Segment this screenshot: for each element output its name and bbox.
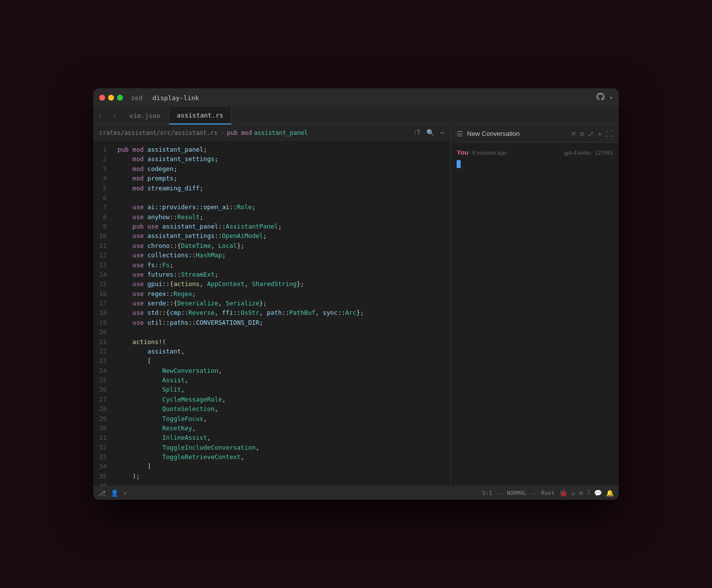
breadcrumb-actions: :T 🔍 ⋯ bbox=[414, 129, 444, 136]
split-icon[interactable]: ⊟ bbox=[580, 130, 584, 138]
menu-icon[interactable]: ☰ bbox=[457, 130, 463, 138]
breadcrumb-keyword: pub mod bbox=[227, 129, 252, 136]
code-line: QuoteSelection, bbox=[118, 404, 450, 413]
code-line: use std::{cmp::Reverse, ffi::OsStr, path… bbox=[118, 308, 450, 317]
app-name: zed bbox=[131, 94, 142, 102]
cursor-position: 1:1 bbox=[482, 490, 492, 496]
code-line: assistant, bbox=[118, 347, 450, 356]
code-line: NewConversation, bbox=[118, 366, 450, 375]
code-line bbox=[118, 193, 450, 202]
message-user: You bbox=[457, 149, 469, 156]
code-line: pub use assistant_panel::AssistantPanel; bbox=[118, 222, 450, 231]
code-line: InlineAssist, bbox=[118, 433, 450, 442]
user-icon: 👤 bbox=[111, 489, 119, 497]
code-line: CycleMessageRole, bbox=[118, 395, 450, 404]
panel-actions: ⌘ ⊟ ⤢ + ⛶ bbox=[572, 130, 613, 138]
code-text: pub mod assistant_panel; mod assistant_s… bbox=[116, 141, 450, 486]
code-line: [ bbox=[118, 356, 450, 365]
model-name: gpt-4-turbo bbox=[564, 150, 591, 156]
settings-icon[interactable]: ⌘ bbox=[572, 130, 576, 138]
code-line: ResetKey, bbox=[118, 423, 450, 433]
token-count: 127993 bbox=[594, 150, 613, 156]
project-name: display-link bbox=[152, 94, 199, 102]
code-line: use assistant_settings::OpenAiModel; bbox=[118, 231, 450, 240]
editor-mode: -- NORMAL -- bbox=[497, 490, 536, 496]
check-icon: ✓ bbox=[123, 489, 127, 497]
branch-icon: ⎇ bbox=[98, 489, 106, 497]
breadcrumb-sep: › bbox=[220, 129, 224, 136]
main-window: zed display-link ▾ ‹ › vim.json assistan… bbox=[93, 88, 619, 500]
statusbar-left: ⎇ 👤 ✓ bbox=[98, 489, 127, 497]
more-icon[interactable]: ⋯ bbox=[440, 129, 444, 136]
model-info: gpt-4-turbo 127993 bbox=[564, 150, 613, 156]
fullscreen-icon[interactable]: ⛶ bbox=[606, 130, 613, 138]
github-dropdown-icon[interactable]: ▾ bbox=[609, 94, 613, 101]
code-line: Split, bbox=[118, 385, 450, 394]
num-badge: 2 bbox=[587, 489, 590, 497]
code-line: use fs::Fs; bbox=[118, 260, 450, 270]
mail-icon[interactable]: ✉ bbox=[571, 489, 575, 497]
code-line: use chrono::{DateTime, Local}; bbox=[118, 241, 450, 250]
code-content: 12345 678910 1112131415 1617181920 21222… bbox=[93, 141, 450, 486]
main-area: crates/assistant/src/assistant.rs › pub … bbox=[93, 125, 619, 486]
code-line: ); bbox=[118, 471, 450, 481]
code-line: use util::paths::CONVERSATIONS_DIR; bbox=[118, 318, 450, 327]
message-header: You 8 minutes ago gpt-4-turbo 127993 bbox=[457, 149, 613, 156]
chat-icon[interactable]: 💬 bbox=[594, 489, 602, 497]
maximize-button[interactable] bbox=[117, 95, 123, 101]
code-line: use anyhow::Result; bbox=[118, 212, 450, 222]
code-line: Assist, bbox=[118, 375, 450, 385]
code-line: mod codegen; bbox=[118, 164, 450, 174]
breadcrumb-path: crates/assistant/src/assistant.rs bbox=[99, 129, 217, 136]
code-line: mod assistant_settings; bbox=[118, 154, 450, 164]
statusbar: ⎇ 👤 ✓ 1:1 -- NORMAL -- Rust 🐞 ✉ ⊞ 2 💬 🔔 bbox=[93, 486, 619, 500]
add-icon[interactable]: + bbox=[598, 130, 602, 138]
code-line: ToggleRetrieveContext, bbox=[118, 452, 450, 462]
code-line: use serde::{Deserialize, Serialize}; bbox=[118, 298, 450, 308]
diagnostics-icon[interactable]: 🐞 bbox=[559, 489, 567, 497]
code-line: actions!( bbox=[118, 337, 450, 347]
code-line: use collections::HashMap; bbox=[118, 250, 450, 260]
titlebar: zed display-link ▾ bbox=[93, 88, 619, 107]
code-line: ToggleFocus, bbox=[118, 414, 450, 423]
panel-header: ☰ New Conversation ⌘ ⊟ ⤢ + ⛶ bbox=[451, 125, 619, 143]
tab-vim-json[interactable]: vim.json bbox=[121, 107, 169, 124]
code-line bbox=[118, 481, 450, 486]
breadcrumb: crates/assistant/src/assistant.rs › pub … bbox=[93, 125, 450, 141]
code-line: use regex::Regex; bbox=[118, 289, 450, 298]
code-line: use ai::providers::open_ai::Role; bbox=[118, 202, 450, 212]
code-line: use futures::StreamExt; bbox=[118, 270, 450, 279]
code-line: ToggleIncludeConversation, bbox=[118, 443, 450, 452]
statusbar-right: 1:1 -- NORMAL -- Rust 🐞 ✉ ⊞ 2 💬 🔔 bbox=[482, 489, 614, 497]
code-line bbox=[118, 327, 450, 337]
line-numbers: 12345 678910 1112131415 1617181920 21222… bbox=[93, 141, 116, 486]
code-line: mod streaming_diff; bbox=[118, 183, 450, 193]
code-line: mod prompts; bbox=[118, 174, 450, 183]
code-line: use gpui::{actions, AppContext, SharedSt… bbox=[118, 279, 450, 289]
code-line: pub mod assistant_panel; bbox=[118, 145, 450, 154]
expand-icon[interactable]: ⤢ bbox=[588, 130, 594, 138]
language: Rust bbox=[541, 490, 555, 496]
assistant-panel: ☰ New Conversation ⌘ ⊟ ⤢ + ⛶ You 8 minut… bbox=[450, 125, 619, 486]
panel-title: New Conversation bbox=[467, 130, 568, 137]
traffic-lights bbox=[99, 95, 123, 101]
breadcrumb-name: assistant_panel bbox=[254, 129, 307, 136]
github-icon[interactable] bbox=[596, 93, 604, 103]
close-button[interactable] bbox=[99, 95, 105, 101]
tabbar: ‹ › vim.json assistant.rs bbox=[93, 107, 619, 125]
forward-button[interactable]: › bbox=[107, 107, 121, 124]
symbol-icon[interactable]: :T bbox=[414, 129, 420, 136]
grid-icon[interactable]: ⊞ bbox=[579, 489, 583, 497]
bell-icon[interactable]: 🔔 bbox=[606, 489, 614, 497]
status-icons: 🐞 ✉ ⊞ 2 💬 🔔 bbox=[559, 489, 614, 497]
back-button[interactable]: ‹ bbox=[93, 107, 107, 124]
code-editor: crates/assistant/src/assistant.rs › pub … bbox=[93, 125, 450, 486]
conversation-area: You 8 minutes ago gpt-4-turbo 127993 bbox=[451, 143, 619, 486]
cursor bbox=[457, 159, 613, 170]
minimize-button[interactable] bbox=[108, 95, 114, 101]
tab-assistant-rs[interactable]: assistant.rs bbox=[169, 107, 232, 124]
message-time: 8 minutes ago bbox=[473, 150, 507, 156]
code-line: ] bbox=[118, 462, 450, 471]
search-icon[interactable]: 🔍 bbox=[426, 129, 434, 136]
